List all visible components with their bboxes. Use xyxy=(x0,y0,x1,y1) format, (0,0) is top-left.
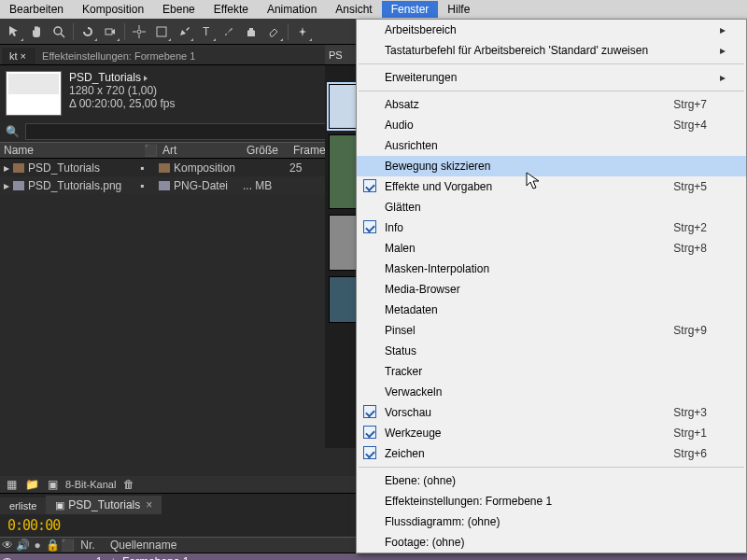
menu-ebene[interactable]: Ebene xyxy=(153,1,204,18)
menu-item[interactable]: Footage: (ohne) xyxy=(357,532,746,553)
svg-text:T: T xyxy=(203,25,210,38)
menu-item[interactable]: VorschauStrg+3 xyxy=(357,402,746,423)
text-tool-icon[interactable]: T xyxy=(196,21,217,42)
menu-item[interactable]: WerkzeugeStrg+1 xyxy=(357,423,746,443)
close-icon[interactable]: × xyxy=(146,498,152,511)
menu-item[interactable]: Flussdiagramm: (ohne) xyxy=(357,511,746,532)
menu-item[interactable]: Tastaturbefehl für Arbeitsbereich 'Stand… xyxy=(357,40,746,61)
search-icon: 🔍 xyxy=(6,125,20,138)
svg-point-2 xyxy=(137,30,141,34)
menu-hilfe[interactable]: Hilfe xyxy=(438,1,479,18)
menu-effekte[interactable]: Effekte xyxy=(204,1,258,18)
project-tab[interactable]: kt × xyxy=(2,48,35,64)
menu-item[interactable]: Glätten xyxy=(357,197,746,217)
zoom-tool-icon[interactable] xyxy=(49,21,69,42)
svg-rect-1 xyxy=(106,29,112,35)
brush-tool-icon[interactable] xyxy=(218,21,239,42)
timeline-layer[interactable]: 👁▸▪1★Formebene 1 xyxy=(0,553,747,560)
menu-item[interactable]: MalenStrg+8 xyxy=(357,238,746,259)
comp-thumb[interactable] xyxy=(329,134,357,209)
menu-item[interactable]: AudioStrg+4 xyxy=(357,115,746,135)
comp-thumb[interactable] xyxy=(329,215,357,271)
menu-item[interactable]: Arbeitsbereich▸ xyxy=(357,20,746,40)
menu-ansicht[interactable]: Ansicht xyxy=(326,1,381,18)
menu-item[interactable]: Masken-Interpolation xyxy=(357,259,746,279)
audio-col-icon: 🔊 xyxy=(15,539,30,552)
anchor-tool-icon[interactable] xyxy=(129,21,149,42)
menu-item[interactable]: PinselStrg+9 xyxy=(357,320,746,341)
bit-depth-label[interactable]: 8-Bit-Kanal xyxy=(65,479,116,490)
puppet-tool-icon[interactable] xyxy=(292,21,313,42)
new-comp-icon[interactable]: ▣ xyxy=(45,478,60,491)
menu-item[interactable]: Effekteinstellungen: Formebene 1 xyxy=(357,491,746,511)
menu-item[interactable]: Ebene: (ohne) xyxy=(357,470,746,491)
project-dimensions: 1280 x 720 (1,00) xyxy=(69,84,175,97)
camera-tool-icon[interactable] xyxy=(100,21,120,42)
svg-rect-3 xyxy=(157,27,166,36)
pen-tool-icon[interactable] xyxy=(174,21,194,42)
shape-tool-icon[interactable] xyxy=(151,21,172,42)
new-folder-icon[interactable]: 📁 xyxy=(24,478,39,491)
renderlist-tab[interactable]: erliste xyxy=(0,497,46,514)
menu-item[interactable]: Metadaten xyxy=(357,300,746,320)
rotate-tool-icon[interactable] xyxy=(78,21,98,42)
lock-col-icon: 🔒 xyxy=(45,539,60,552)
menu-item[interactable]: Erweiterungen▸ xyxy=(357,67,746,88)
comp-thumb[interactable] xyxy=(329,84,357,129)
comp-thumb[interactable] xyxy=(329,276,357,323)
hand-tool-icon[interactable] xyxy=(26,21,47,42)
menu-item[interactable]: Media-Browser xyxy=(357,279,746,300)
eye-col-icon: 👁 xyxy=(0,539,15,552)
menu-fenster[interactable]: Fenster xyxy=(382,1,439,18)
selection-tool-icon[interactable] xyxy=(4,21,24,42)
menu-item[interactable]: Status xyxy=(357,341,746,361)
clone-tool-icon[interactable] xyxy=(241,21,261,42)
menu-komposition[interactable]: Komposition xyxy=(73,1,153,18)
eraser-tool-icon[interactable] xyxy=(263,21,284,42)
menu-item[interactable]: Bewegung skizzieren xyxy=(357,156,746,176)
interpret-footage-icon[interactable]: ▦ xyxy=(4,478,19,491)
menu-item[interactable]: Ausrichten xyxy=(357,135,746,156)
delete-icon[interactable]: 🗑 xyxy=(121,478,136,491)
window-menu-dropdown: Arbeitsbereich▸Tastaturbefehl für Arbeit… xyxy=(356,19,747,553)
menubar: BearbeitenKompositionEbeneEffekteAnimati… xyxy=(0,0,747,19)
menu-item[interactable]: InfoStrg+2 xyxy=(357,217,746,238)
svg-point-0 xyxy=(54,27,62,35)
project-name: PSD_Tutorials xyxy=(69,71,175,84)
menu-item[interactable]: Verwackeln xyxy=(357,382,746,402)
menu-item[interactable]: ZeichenStrg+6 xyxy=(357,443,746,464)
project-duration: Δ 00:20:00, 25,00 fps xyxy=(69,97,175,110)
menu-item[interactable]: Tracker xyxy=(357,361,746,382)
composition-thumbnail[interactable] xyxy=(6,71,62,116)
menu-item[interactable]: Effekte und VorgabenStrg+5 xyxy=(357,176,746,197)
timeline-tab[interactable]: ▣ PSD_Tutorials × xyxy=(46,496,162,514)
menu-bearbeiten[interactable]: Bearbeiten xyxy=(0,1,73,18)
menu-animation[interactable]: Animation xyxy=(258,1,326,18)
menu-item[interactable]: AbsatzStrg+7 xyxy=(357,94,746,115)
